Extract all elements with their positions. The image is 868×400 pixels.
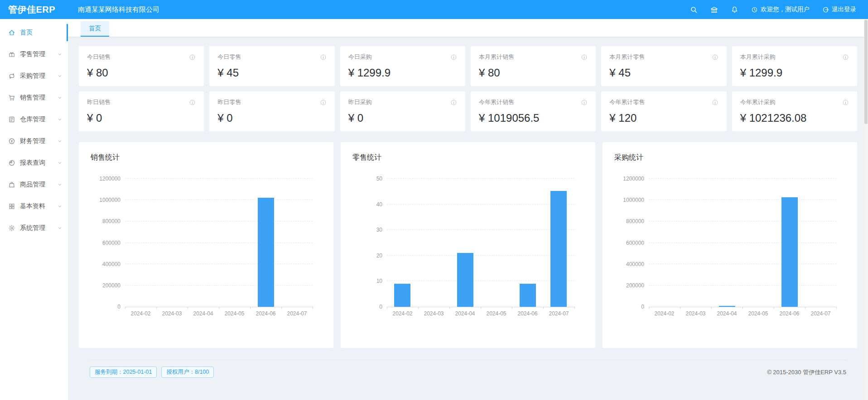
warehouse-icon — [8, 116, 15, 123]
info-icon[interactable] — [320, 54, 327, 61]
sales-icon — [8, 94, 15, 101]
bar-2024-04 — [719, 306, 735, 307]
footer-badges: 服务到期：2025-01-01 授权用户：8/100 — [90, 367, 214, 378]
bar-2024-06 — [520, 284, 536, 307]
y-tick-label: 1200000 — [94, 176, 121, 182]
stat-card-label: 本月累计销售 — [479, 53, 514, 61]
app-logo: 管伊佳ERP — [0, 4, 68, 16]
chevron-down-icon — [57, 182, 63, 187]
content-area: 今日销售 ¥ 80 今日零售 ¥ 45 今日采购 ¥ 1299.9 本月累计销售… — [68, 37, 868, 378]
sidebar-item-sales[interactable]: 销售管理 — [0, 89, 68, 107]
chart-title: 零售统计 — [352, 153, 583, 162]
x-axis-tick — [774, 307, 774, 309]
x-axis-tick — [387, 307, 387, 309]
stat-card: 今日零售 ¥ 45 — [209, 46, 334, 86]
stat-cards-grid: 今日销售 ¥ 80 今日零售 ¥ 45 今日采购 ¥ 1299.9 本月累计销售… — [79, 46, 857, 131]
x-tick-label: 2024-04 — [711, 310, 743, 317]
chart-x-labels: 2024-022024-032024-042024-052024-062024-… — [125, 310, 313, 317]
stat-card-value: ¥ 80 — [87, 67, 196, 79]
sidebar-item-label: 系统管理 — [20, 224, 45, 232]
bar-2024-04 — [457, 253, 473, 307]
scrollbar-thumb[interactable] — [864, 20, 868, 124]
tab-home[interactable]: 首页 — [81, 21, 109, 37]
bell-icon[interactable] — [731, 6, 738, 14]
sidebar-item-basedata[interactable]: 基本资料 — [0, 197, 68, 215]
chart-plot: 01020304050 — [387, 179, 574, 307]
sidebar-item-goods[interactable]: 商品管理 — [0, 176, 68, 194]
x-tick-label: 2024-04 — [449, 310, 481, 317]
x-axis-tick — [125, 307, 125, 309]
info-icon[interactable] — [712, 99, 719, 106]
sidebar-item-report[interactable]: 报表查询 — [0, 154, 68, 172]
sidebar-item-label: 财务管理 — [20, 137, 45, 145]
sidebar-item-finance[interactable]: 财务管理 — [0, 132, 68, 150]
sidebar-item-system[interactable]: 系统管理 — [0, 219, 68, 237]
x-tick-label: 2024-07 — [281, 310, 313, 317]
bank-icon[interactable] — [710, 6, 718, 14]
gridline — [649, 221, 836, 221]
copyright-text: © 2015-2030 管伊佳ERP V3.5 — [767, 368, 846, 376]
search-icon[interactable] — [690, 6, 698, 14]
x-axis-tick — [680, 307, 680, 309]
info-icon[interactable] — [581, 54, 588, 61]
x-tick-label: 2024-07 — [805, 310, 836, 317]
info-icon[interactable] — [581, 99, 588, 106]
info-icon[interactable] — [712, 54, 719, 61]
y-tick-label: 1000000 — [94, 197, 121, 203]
info-icon[interactable] — [320, 99, 327, 106]
stat-card: 今年累计采购 ¥ 1021236.08 — [732, 91, 857, 131]
stat-card-value: ¥ 45 — [217, 67, 326, 79]
chevron-down-icon — [57, 204, 63, 209]
clock-icon — [751, 6, 758, 13]
x-tick-label: 2024-05 — [743, 310, 774, 317]
sidebar-item-label: 销售管理 — [20, 94, 45, 102]
gridline — [387, 281, 574, 281]
chevron-down-icon — [57, 52, 63, 57]
home-icon — [8, 29, 15, 36]
info-icon[interactable] — [450, 99, 457, 106]
info-icon[interactable] — [842, 99, 849, 106]
x-tick-label: 2024-03 — [418, 310, 449, 317]
sidebar-item-retail[interactable]: 零售管理 — [0, 45, 68, 63]
stat-card: 昨日销售 ¥ 0 — [79, 91, 204, 131]
info-icon[interactable] — [842, 54, 849, 61]
y-tick-label: 400000 — [94, 261, 121, 267]
y-tick-label: 50 — [356, 176, 382, 182]
gridline — [387, 255, 574, 256]
chevron-down-icon — [57, 95, 63, 100]
sidebar-item-purchase[interactable]: 采购管理 — [0, 67, 68, 85]
x-tick-label: 2024-02 — [649, 310, 680, 317]
info-icon[interactable] — [450, 54, 457, 61]
scrollbar[interactable] — [864, 0, 868, 400]
y-tick-label: 1000000 — [618, 197, 644, 203]
sidebar-item-label: 零售管理 — [20, 50, 45, 58]
x-axis-tick — [543, 307, 544, 309]
main-area: 首页 今日销售 ¥ 80 今日零售 ¥ 45 今日采购 ¥ 1299.9 本月累… — [68, 19, 868, 400]
gridline — [649, 243, 836, 243]
x-axis-tick — [156, 307, 157, 309]
footer: 服务到期：2025-01-01 授权用户：8/100 © 2015-2030 管… — [90, 360, 846, 378]
sidebar-item-warehouse[interactable]: 仓库管理 — [0, 110, 68, 129]
sidebar-item-home[interactable]: 首页 — [0, 24, 68, 42]
x-tick-label: 2024-06 — [512, 310, 543, 317]
y-tick-label: 20 — [356, 252, 382, 259]
stat-card-value: ¥ 1299.9 — [348, 67, 457, 79]
basedata-icon — [8, 203, 15, 210]
gridline — [387, 229, 574, 230]
user-welcome[interactable]: 欢迎您，测试用户 — [751, 5, 810, 14]
y-tick-label: 10 — [356, 278, 382, 284]
gridline — [125, 178, 313, 179]
info-icon[interactable] — [189, 99, 196, 106]
info-icon[interactable] — [189, 54, 196, 61]
logout-button[interactable]: 退出登录 — [822, 5, 856, 14]
gridline — [125, 200, 313, 200]
sidebar-item-label: 报表查询 — [20, 159, 45, 167]
sidebar-item-label: 仓库管理 — [20, 115, 45, 124]
y-tick-label: 600000 — [618, 240, 644, 246]
x-axis-tick — [805, 307, 805, 309]
y-tick-label: 200000 — [618, 282, 644, 289]
stat-card-label: 今年累计销售 — [479, 98, 514, 106]
x-axis-tick — [418, 307, 419, 309]
stat-card: 今年累计销售 ¥ 1019056.5 — [471, 91, 596, 131]
stat-card: 今日采购 ¥ 1299.9 — [340, 46, 465, 86]
